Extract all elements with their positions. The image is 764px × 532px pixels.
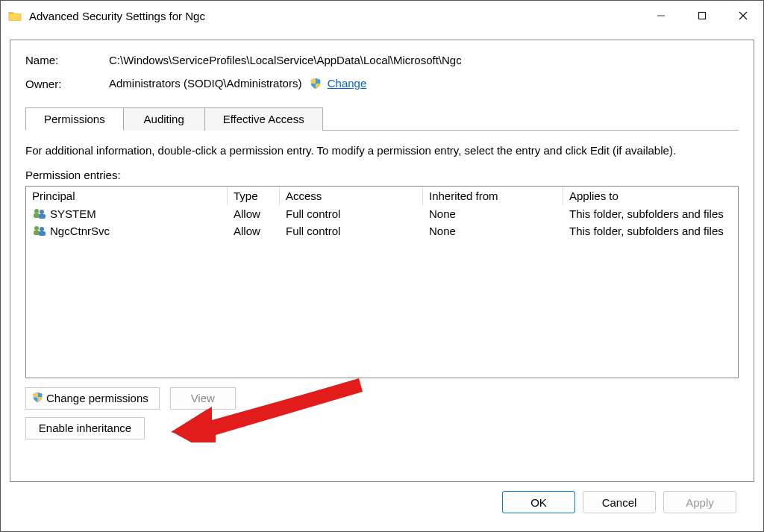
tab-effective-label: Effective Access <box>223 113 304 125</box>
enable-inheritance-row: Enable inheritance <box>25 417 739 439</box>
svg-rect-5 <box>34 213 40 218</box>
main-panel: Name: C:\Windows\ServiceProfiles\LocalSe… <box>10 40 754 482</box>
maximize-button[interactable] <box>681 1 722 31</box>
footer-row: OK Cancel Apply <box>10 482 754 522</box>
table-row[interactable]: NgcCtnrSvc Allow Full control None This … <box>26 222 738 240</box>
svg-point-6 <box>40 210 44 214</box>
instructions-text: For additional information, double-click… <box>25 144 739 157</box>
access-cell: Full control <box>280 205 423 222</box>
security-settings-window: Advanced Security Settings for Ngc Name:… <box>0 0 764 532</box>
tab-strip: Permissions Auditing Effective Access <box>25 107 739 131</box>
owner-row: Owner: Administrators (SODIQ\Administrat… <box>25 77 739 92</box>
name-label: Name: <box>25 54 109 66</box>
tab-permissions-label: Permissions <box>44 113 105 125</box>
column-access[interactable]: Access <box>280 187 423 205</box>
permission-table-header: Principal Type Access Inherited from App… <box>26 187 738 205</box>
ok-button[interactable]: OK <box>502 491 575 513</box>
change-permissions-label: Change permissions <box>46 392 148 404</box>
view-button: View <box>170 387 236 410</box>
uac-shield-icon <box>310 79 325 92</box>
permission-entries-label: Permission entries: <box>25 169 739 181</box>
type-cell: Allow <box>228 222 280 240</box>
name-row: Name: C:\Windows\ServiceProfiles\LocalSe… <box>25 54 739 66</box>
cancel-label: Cancel <box>602 496 637 509</box>
column-inherited-from[interactable]: Inherited from <box>423 187 563 205</box>
applies-cell: This folder, subfolders and files <box>563 222 738 240</box>
view-label: View <box>191 392 215 404</box>
permission-table[interactable]: Principal Type Access Inherited from App… <box>25 186 739 378</box>
group-icon <box>32 225 47 237</box>
table-row[interactable]: SYSTEM Allow Full control None This fold… <box>26 205 738 222</box>
minimize-button[interactable] <box>640 1 681 31</box>
apply-button: Apply <box>663 491 736 513</box>
titlebar: Advanced Security Settings for Ngc <box>1 1 763 31</box>
column-principal[interactable]: Principal <box>26 187 228 205</box>
tab-permissions[interactable]: Permissions <box>25 107 124 131</box>
name-value: C:\Windows\ServiceProfiles\LocalService\… <box>109 54 739 66</box>
svg-rect-9 <box>34 231 40 235</box>
svg-point-4 <box>34 209 39 213</box>
column-applies-to[interactable]: Applies to <box>563 187 738 205</box>
action-row: Change permissions View <box>25 387 739 410</box>
svg-rect-7 <box>39 214 46 219</box>
type-cell: Allow <box>228 205 280 222</box>
column-type[interactable]: Type <box>228 187 280 205</box>
cancel-button[interactable]: Cancel <box>583 491 656 513</box>
principal-cell: NgcCtnrSvc <box>50 225 110 237</box>
principal-cell: SYSTEM <box>50 207 96 220</box>
tab-auditing[interactable]: Auditing <box>123 107 205 131</box>
tab-auditing-label: Auditing <box>144 113 184 125</box>
owner-value-text: Administrators (SODIQ\Administrators) <box>109 77 301 90</box>
change-owner-link[interactable]: Change <box>328 77 367 90</box>
access-cell: Full control <box>280 222 423 240</box>
inherited-cell: None <box>423 222 563 240</box>
enable-inheritance-label: Enable inheritance <box>39 422 131 434</box>
apply-label: Apply <box>686 496 714 509</box>
caption-buttons <box>640 1 763 31</box>
group-icon <box>32 207 47 219</box>
uac-shield-icon <box>32 392 43 405</box>
svg-point-8 <box>34 226 39 231</box>
ok-label: OK <box>530 496 547 509</box>
change-permissions-button[interactable]: Change permissions <box>25 387 160 410</box>
owner-value: Administrators (SODIQ\Administrators) Ch… <box>109 77 739 92</box>
inherited-cell: None <box>423 205 563 222</box>
close-button[interactable] <box>722 1 763 31</box>
window-title: Advanced Security Settings for Ngc <box>29 10 640 22</box>
folder-icon <box>8 10 22 21</box>
enable-inheritance-button[interactable]: Enable inheritance <box>25 417 145 439</box>
tab-effective-access[interactable]: Effective Access <box>204 107 323 131</box>
svg-point-10 <box>40 227 44 231</box>
client-area: Name: C:\Windows\ServiceProfiles\LocalSe… <box>1 31 763 531</box>
svg-rect-11 <box>39 231 46 236</box>
owner-label: Owner: <box>25 78 109 90</box>
svg-rect-1 <box>698 13 705 19</box>
applies-cell: This folder, subfolders and files <box>563 205 738 222</box>
